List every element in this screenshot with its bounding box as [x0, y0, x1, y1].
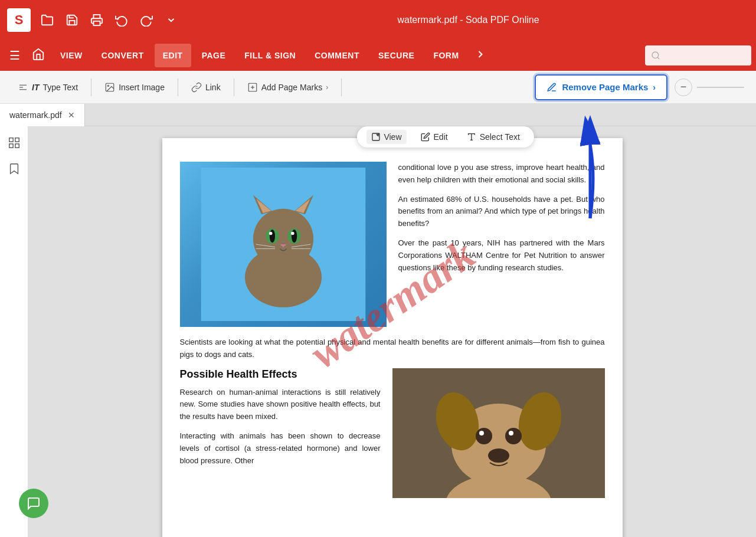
paragraph-1: conditional love p you ase stress, impro… — [398, 162, 605, 186]
hamburger-menu-icon[interactable]: ☰ — [5, 44, 25, 67]
menu-secure[interactable]: SECURE — [370, 44, 423, 67]
edit-toolbar: IT Type Text Insert Image Link Add Page … — [0, 71, 756, 104]
paragraph-3: Over the past 10 years, NIH has partnere… — [398, 237, 605, 274]
menu-comment[interactable]: COMMENT — [306, 44, 368, 67]
pdf-content: conditional love p you ase stress, impro… — [180, 162, 605, 467]
thumbnail-view-icon[interactable] — [5, 133, 24, 152]
link-label: Link — [205, 83, 221, 92]
pdf-two-col: conditional love p you ase stress, impro… — [180, 162, 605, 327]
svg-point-29 — [269, 232, 272, 235]
svg-point-42 — [505, 428, 522, 444]
remove-page-marks-tool[interactable]: Remove Page Marks › — [535, 74, 667, 100]
home-icon[interactable] — [27, 43, 50, 68]
svg-rect-14 — [15, 144, 18, 148]
svg-point-1 — [652, 52, 659, 58]
menu-edit[interactable]: EDIT — [155, 44, 191, 67]
remove-page-marks-chevron: › — [653, 83, 656, 92]
document-tab-bar: watermark.pdf ✕ — [0, 104, 756, 126]
paragraph-2: An estimated 68% of U.S. households have… — [398, 194, 605, 230]
doc-tab-name: watermark.pdf — [9, 110, 62, 120]
doc-tab-close-icon[interactable]: ✕ — [68, 110, 75, 120]
pdf-view-label: View — [384, 132, 401, 142]
remove-page-marks-label: Remove Page Marks — [562, 82, 648, 92]
svg-point-30 — [291, 232, 294, 235]
add-page-marks-chevron: › — [326, 83, 328, 91]
more-menu-icon[interactable] — [470, 44, 491, 68]
zoom-slider[interactable] — [697, 87, 744, 88]
menu-page[interactable]: PAGE — [194, 44, 234, 67]
type-text-label: Type Text — [42, 83, 78, 92]
svg-rect-13 — [9, 144, 12, 148]
separator-2 — [178, 78, 178, 96]
menu-bar: ☰ VIEW CONVERT EDIT PAGE FILL & SIGN COM… — [0, 40, 756, 71]
separator-4 — [341, 78, 342, 96]
link-tool[interactable]: Link — [183, 76, 229, 99]
document-tab[interactable]: watermark.pdf ✕ — [0, 104, 85, 126]
pdf-page: View Edit Select Text — [162, 138, 623, 537]
top-bar-icons — [38, 11, 181, 30]
pdf-area[interactable]: View Edit Select Text — [28, 126, 756, 537]
insert-image-label: Insert Image — [119, 83, 165, 92]
bookmark-icon[interactable] — [5, 159, 24, 178]
separator-3 — [234, 78, 234, 96]
main-area: View Edit Select Text — [0, 126, 756, 537]
cat-image — [180, 162, 387, 327]
pdf-edit-label: Edit — [434, 132, 448, 142]
redo-icon[interactable] — [137, 11, 156, 30]
left-sidebar — [0, 126, 28, 537]
svg-point-43 — [479, 431, 484, 436]
menu-view[interactable]: VIEW — [52, 44, 91, 67]
insert-image-tool[interactable]: Insert Image — [96, 76, 173, 99]
separator-1 — [91, 78, 91, 96]
pdf-edit-button[interactable]: Edit — [416, 130, 453, 144]
svg-rect-12 — [15, 138, 18, 142]
pdf-select-text-button[interactable]: Select Text — [462, 130, 525, 144]
svg-rect-0 — [94, 21, 100, 25]
add-page-marks-label: Add Page Marks — [261, 83, 323, 92]
pdf-text-right: conditional love p you ase stress, impro… — [398, 162, 605, 327]
search-box[interactable] — [645, 45, 751, 66]
svg-point-27 — [269, 230, 274, 243]
svg-rect-11 — [9, 138, 12, 142]
save-icon[interactable] — [63, 11, 81, 30]
add-page-marks-tool[interactable]: Add Page Marks › — [239, 76, 337, 99]
zoom-minus-button[interactable]: − — [675, 78, 692, 96]
undo-icon[interactable] — [112, 11, 131, 30]
open-file-icon[interactable] — [38, 11, 57, 30]
svg-point-28 — [291, 230, 296, 243]
menu-fill-sign[interactable]: FILL & SIGN — [236, 44, 304, 67]
pdf-select-text-label: Select Text — [480, 132, 520, 142]
svg-point-44 — [509, 431, 513, 436]
health-section: Possible Health Effects Research on huma… — [180, 368, 605, 467]
menu-form[interactable]: FORM — [425, 44, 467, 67]
svg-point-41 — [476, 428, 492, 444]
svg-point-45 — [488, 448, 509, 463]
dog-image — [392, 368, 605, 498]
print-icon[interactable] — [87, 11, 106, 30]
dropdown-icon[interactable] — [162, 11, 181, 30]
menu-convert[interactable]: CONVERT — [93, 44, 152, 67]
svg-line-2 — [657, 57, 659, 59]
svg-point-20 — [253, 209, 313, 269]
top-bar: S — [0, 0, 756, 40]
pdf-floating-toolbar: View Edit Select Text — [356, 126, 534, 148]
app-logo[interactable]: S — [7, 8, 31, 32]
pdf-view-button[interactable]: View — [366, 130, 406, 144]
paragraph-4: Scientists are looking at what the poten… — [180, 336, 605, 361]
type-text-tool[interactable]: IT Type Text — [9, 76, 86, 99]
svg-point-7 — [107, 85, 109, 86]
app-title: watermark.pdf - Soda PDF Online — [188, 15, 749, 25]
